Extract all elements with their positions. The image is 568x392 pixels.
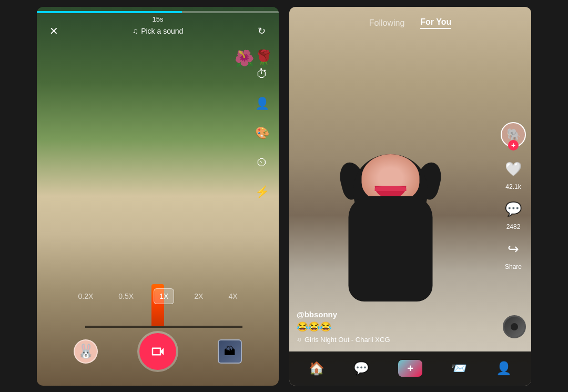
speed-4x[interactable]: 4X [223,289,242,304]
share-button[interactable]: ↪ Share [502,238,525,270]
pick-sound-button[interactable]: ♫ Pick a sound [133,27,184,35]
left-camera-panel: 🌺🌹 15s ✕ ♫ Pick a sound ↻ ⏱ 👤 🎨 ⏲ ⚡ 0.2X… [37,7,279,386]
heart-icon: 🤍 [502,158,525,181]
lips-filter [375,186,407,197]
camera-icon [150,344,166,359]
song-info[interactable]: ♫ Girls Night Out - Charli XCG [297,336,494,344]
camera-preview-bg: 🌺🌹 [37,7,279,386]
nav-profile[interactable]: 👤 [496,361,512,376]
close-button[interactable]: ✕ [45,23,62,39]
face-filter-overlay [362,154,420,202]
share-label: Share [505,263,522,270]
tab-following[interactable]: Following [369,18,405,28]
music-disc-icon [503,315,526,338]
music-note-icon: ♫ [297,336,301,343]
camera-side-icons: ⏱ 👤 🎨 ⏲ ⚡ [252,65,271,202]
creator-avatar-container: 🐘 + [501,122,526,147]
camera-top-bar: ✕ ♫ Pick a sound ↻ [37,23,279,39]
recording-progress-bar [37,11,279,13]
profile-icon: 👤 [496,361,512,376]
follow-plus-badge[interactable]: + [508,140,519,150]
tab-for-you[interactable]: For You [420,17,451,29]
like-button[interactable]: 🤍 42.1k [502,158,525,190]
dog-figure [333,154,449,301]
speed-selector: 0.2X 0.5X 1X 2X 4X [37,288,279,304]
feed-top-nav: Following For You [289,17,531,29]
gallery-button[interactable]: 🏔 [218,339,242,364]
song-name: Girls Night Out - Charli XCG [305,336,390,344]
music-note-icon: ♫ [133,27,138,35]
nav-inbox[interactable]: 📨 [451,361,467,376]
dog-video-content [325,144,457,312]
video-info-section: @bbsonny 😂😂😂 ♫ Girls Night Out - Charli … [297,310,494,344]
speed-02x[interactable]: 0.2X [73,289,99,304]
home-icon: 🏠 [309,361,324,376]
right-feed-panel: Following For You 🐘 + 🤍 42.1k 💬 2482 ↪ S… [289,7,531,386]
flash-icon[interactable]: ⚡ [252,183,271,202]
speed-05x[interactable]: 0.5X [113,289,139,304]
effects-icon[interactable]: 🎨 [252,124,271,143]
nav-discover[interactable]: 💬 [353,361,369,376]
app-bottom-nav: 🏠 💬 + 📨 👤 [289,351,531,386]
timer-label: 15s [153,15,164,23]
comment-button[interactable]: 💬 2482 [502,198,525,230]
effects-face-button[interactable]: 🐰 [74,339,98,364]
camera-bottom-bar: 🐰 🏔 [37,333,279,370]
countdown-icon[interactable]: ⏲ [252,153,271,172]
comment-count: 2482 [506,223,521,230]
nav-create-button[interactable]: + [398,360,422,377]
video-caption: 😂😂😂 [297,321,494,333]
feed-action-buttons: 🐘 + 🤍 42.1k 💬 2482 ↪ Share [501,122,526,270]
creator-username[interactable]: @bbsonny [297,310,494,319]
like-count: 42.1k [505,183,521,190]
share-icon: ↪ [502,238,525,261]
beauty-icon[interactable]: 👤 [252,94,271,113]
record-button[interactable] [139,333,176,370]
comment-icon: 💬 [502,198,525,221]
timer-icon[interactable]: ⏱ [252,65,271,84]
discover-icon: 💬 [353,361,369,376]
progress-fill [37,11,182,13]
plus-icon: + [407,363,413,375]
refresh-button[interactable]: ↻ [253,23,270,39]
speed-1x[interactable]: 1X [154,288,174,304]
dog-body [349,196,433,301]
nav-home[interactable]: 🏠 [309,361,324,376]
speed-2x[interactable]: 2X [189,289,208,304]
spinning-disc [503,315,526,338]
inbox-icon: 📨 [451,361,467,376]
